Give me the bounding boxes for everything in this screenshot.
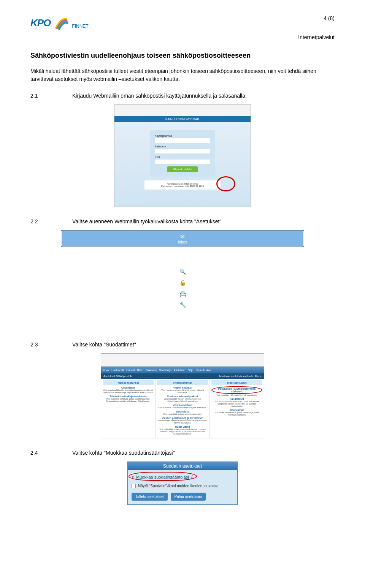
desc: Voit muuttaa lähettämiesi sähköpostiessa… xyxy=(103,389,154,394)
tb-item[interactable]: Asetukset xyxy=(174,369,186,371)
desc: Voit muokata viestin vastaamiseen ja ohj… xyxy=(164,398,201,402)
desc: Voit määrittää miten usein tarkistetaan … xyxy=(159,428,205,435)
screenshot-settings: Inbox Uusi viesti Kansiot Haku Salasana … xyxy=(30,353,335,438)
username-input[interactable] xyxy=(155,138,210,143)
step-number: 2.4 xyxy=(30,450,72,456)
folder-icon: 🗀 xyxy=(180,258,185,264)
language-select[interactable] xyxy=(155,160,210,164)
step-number: 2.3 xyxy=(30,341,72,348)
settings-columns: Yleiset asetukset Omat tiedotVoit muutta… xyxy=(101,379,264,438)
checkbox-label: Näytä "Suodatin"-ikoni muiden ikonien jo… xyxy=(138,484,219,488)
toolbar-search[interactable]: 🔍 Haku xyxy=(61,269,304,280)
desc: Voit määrittää kuinka viestit näytetään. xyxy=(163,413,202,415)
page-number: 4 (8) xyxy=(324,15,335,21)
toolbar-folders[interactable]: 🗀 Kansiot xyxy=(61,258,304,269)
tb-item[interactable]: Kirjaudu ulos xyxy=(196,369,211,371)
screenshot-toolbar: ✉ Inbox ✎ Uusi viesti 🗀 Kansiot 🔍 Haku 🔒… xyxy=(30,230,335,330)
tb-item[interactable]: Kansiot xyxy=(126,369,135,371)
edit-filter-link[interactable]: Muokkaa suodatinsääntöjäsi xyxy=(136,475,189,479)
edit-filter-rules-row[interactable]: ▾ Muokkaa suodatinsääntöjäsi i xyxy=(132,474,233,480)
link-folder-views[interactable]: Postikansio- ja kansionäkymien asetukset xyxy=(213,387,261,393)
desc: Voit muuttaa näkymiin liittyviä asetuksi… xyxy=(216,394,257,396)
check-icon: ✔ xyxy=(180,313,185,319)
tb-item[interactable]: Salasana xyxy=(146,369,157,371)
col-header: Viestiasetukset xyxy=(157,380,208,385)
toolbar-label: Haku xyxy=(178,275,187,280)
logo: KPO FINNET xyxy=(30,15,89,30)
link-own-info[interactable]: Omat tiedot xyxy=(103,386,154,389)
support-line-2: Palveluiden muutokset puh. 3000 39 1234 xyxy=(147,185,218,187)
screenshot-filter: Suodatin asetukset ▾ Muokkaa suodatinsää… xyxy=(30,462,335,505)
webmail-toolbar: ✉ Inbox ✎ Uusi viesti 🗀 Kansiot 🔍 Haku 🔒… xyxy=(61,230,304,247)
checkbox-show-filter-icon[interactable] xyxy=(132,484,136,488)
toolbar-password[interactable]: 🔒 Salasana xyxy=(61,280,304,291)
filter-body: ▾ Muokkaa suodatinsääntöjäsi i Näytä "Su… xyxy=(128,470,237,504)
link-new-msgs[interactable]: Uudet viestit xyxy=(157,425,208,428)
link-compose[interactable]: Viestin kirjoitus xyxy=(157,386,208,389)
login-button[interactable]: Kirjaudu sisään xyxy=(167,166,198,172)
filter-header: Suodatin asetukset xyxy=(128,462,237,470)
desc: Voit muuttaa viestin kopioimiseen tai si… xyxy=(158,419,207,424)
tb-item[interactable]: Haku xyxy=(137,369,143,371)
tb-item[interactable]: Inbox xyxy=(103,369,109,371)
tb-item[interactable]: Uusi viesti xyxy=(111,369,124,371)
filter-settings-panel: Suodatin asetukset ▾ Muokkaa suodatinsää… xyxy=(127,462,238,505)
annotation-circle xyxy=(216,176,235,191)
lock-icon: 🔒 xyxy=(179,280,186,286)
settings-titlebar: Asetukset Sähköposti:lle Muokkaa asetuks… xyxy=(101,373,264,379)
step-2-3: 2.3 Valitse kohta "Suodattimet" xyxy=(30,341,335,348)
toolbar-help[interactable]: ✔ Ohje xyxy=(61,313,304,324)
step-text: Kirjaudu Webmailiin oman sähköpostisi kä… xyxy=(72,93,247,99)
desc: Voit valita osoitteistot, joihin lisätää… xyxy=(214,411,259,416)
link-read[interactable]: Viestin luku xyxy=(157,410,208,413)
filter-buttons: Talleta asetukset Palaa asetuksiin xyxy=(132,493,233,501)
toolbar-new-message[interactable]: ✎ Uusi viesti xyxy=(61,247,304,258)
screenshot-login: KAINUU.COM WEBMAIL Käyttäjätunnus Salasa… xyxy=(30,104,335,207)
subheader: Internetpalvelut xyxy=(30,34,335,40)
step-2-2: 2.2 Valitse auenneen Webmailin työkaluva… xyxy=(30,218,335,224)
step-number: 2.1 xyxy=(30,93,72,99)
login-form: Käyttäjätunnus Salasana Kieli Kirjaudu s… xyxy=(150,130,215,177)
tb-item[interactable]: Ohje xyxy=(188,369,194,371)
toolbar-label: Kirjaudu ulos xyxy=(171,330,194,335)
toolbar-label: Uusi viesti xyxy=(174,253,191,258)
settings-title: Asetukset Sähköposti:lle xyxy=(103,375,132,378)
back-to-settings-button[interactable]: Palaa asetuksiin xyxy=(171,493,206,501)
step-text: Valitse kohta "Suodattimet" xyxy=(72,341,136,348)
col-header: Muut asetukset xyxy=(211,380,262,385)
toolbar-logout[interactable]: ✖ Kirjaudu ulos xyxy=(61,324,304,335)
pencil-icon: ✎ xyxy=(180,247,185,253)
link-reply[interactable]: Viestien vastausohjaukset xyxy=(157,395,208,398)
webmail-banner: KAINUU.COM WEBMAIL xyxy=(114,116,251,122)
step-2-4: 2.4 Valitse kohta "Muokkaa suodatinsäänt… xyxy=(30,450,335,456)
link-login-tasks[interactable]: Tehtävät sisäänkirjautumisessa xyxy=(103,395,154,398)
settings-window: Inbox Uusi viesti Kansiot Haku Salasana … xyxy=(101,353,264,438)
toolbar-label: Kansiot xyxy=(176,264,189,269)
link-addressbooks[interactable]: Osoitekirjat xyxy=(211,409,262,411)
username-label: Käyttäjätunnus xyxy=(155,134,210,137)
language-label: Kieli xyxy=(155,156,210,158)
browser-chrome xyxy=(114,105,251,116)
logo-text: KPO xyxy=(30,17,51,29)
logo-swirl-icon xyxy=(54,15,69,30)
tb-item[interactable]: Osoitekirja xyxy=(159,369,171,371)
link-delete-move[interactable]: Viestien poistaminen ja siirtäminen xyxy=(157,417,208,419)
section-heading: Sähköpostiviestin uudelleenohjaus toisee… xyxy=(30,52,335,60)
password-input[interactable] xyxy=(155,149,210,153)
settings-go[interactable]: Mene xyxy=(255,375,262,378)
link-drafts[interactable]: Viestiluonnokset xyxy=(157,404,208,406)
settings-toolbar: Inbox Uusi viesti Kansiot Haku Salasana … xyxy=(101,367,264,373)
toolbar-label: Inbox xyxy=(178,240,187,244)
toolbar-settings[interactable]: 🔧 Asetukset xyxy=(61,302,304,313)
toolbar-label: Salasana xyxy=(175,286,190,291)
step-2-1: 2.1 Kirjaudu Webmailiin oman sähköpostis… xyxy=(30,93,335,99)
toolbar-inbox[interactable]: ✉ Inbox xyxy=(61,231,304,247)
addressbook-icon: 📇 xyxy=(179,291,186,297)
settings-col-messages: Viestiasetukset Viestin kirjoitusVoit mu… xyxy=(156,379,210,438)
save-settings-button[interactable]: Talleta asetukset xyxy=(132,493,168,501)
settings-col-general: Yleiset asetukset Omat tiedotVoit muutta… xyxy=(101,379,156,438)
toolbar-addressbook[interactable]: 📇 Osoitekirja xyxy=(61,291,304,302)
page-header: KPO FINNET 4 (8) xyxy=(30,15,335,30)
link-filters[interactable]: Suodattimet xyxy=(211,398,262,400)
support-info: Käyttäjätuki puh. 0800 39 1000 Palveluid… xyxy=(144,180,221,190)
